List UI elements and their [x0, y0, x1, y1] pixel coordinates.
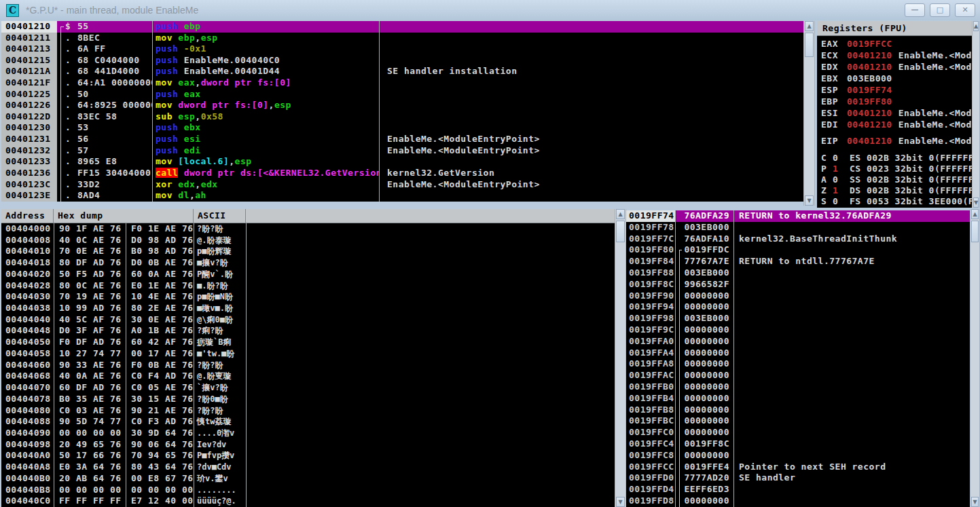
- scrollbar-thumb[interactable]: [616, 221, 625, 242]
- hexdump-row[interactable]: 00404078B0 35 AE 7630 15 AE 76?盼0■盼: [1, 394, 615, 405]
- hexdump-pane[interactable]: Address Hex dump ASCII 0040400090 1F AE …: [1, 209, 615, 507]
- stack-row[interactable]: 0019FF78003EB000: [626, 222, 970, 233]
- hexdump-row[interactable]: 0040402880 0C AE 76E0 1E AE 76■.盼?盼: [1, 280, 615, 292]
- stack-row[interactable]: 0019FFA400000000: [626, 348, 970, 359]
- registers-scrollbar[interactable]: ▲ ▼: [972, 21, 980, 208]
- disasm-row[interactable]: 00401213.6A FFpush -0x1: [1, 43, 803, 55]
- registers-header[interactable]: Registers (FPU): [817, 21, 980, 36]
- disasm-row[interactable]: 00401232.57push ediEnableMe.<ModuleEntry…: [1, 145, 803, 157]
- scroll-down-icon[interactable]: ▼: [616, 497, 625, 507]
- stack-row[interactable]: 0019FFC800000000: [626, 450, 970, 462]
- hexdump-scrollbar[interactable]: ▲ ▼: [615, 209, 626, 507]
- register-row[interactable]: EBX003EB000: [821, 73, 972, 84]
- hexdump-row[interactable]: 004040B020 AB 64 7600 E8 67 76 玠v.鐢v: [1, 473, 615, 485]
- maximize-button[interactable]: □: [930, 3, 950, 17]
- flag-row[interactable]: S0FS 0053 32bit 3EE000(F: [821, 196, 972, 207]
- stack-row[interactable]: 0019FFCC0019FFE4Pointer to next SEH reco…: [626, 462, 970, 473]
- stack-row[interactable]: 0019FFA800000000: [626, 358, 970, 370]
- hexdump-row[interactable]: 004040C0FF FF FF FFE7 12 40 00üüüüç?@.: [1, 495, 615, 507]
- hexdump-row[interactable]: 0040401880 DF AD 76D0 0B AE 76■攘v?盼: [1, 257, 615, 269]
- scroll-down-icon[interactable]: ▼: [973, 198, 979, 208]
- register-row[interactable]: EDX00401210EnableMe.<Modu: [821, 61, 972, 73]
- register-row[interactable]: EIP00401210EnableMe.<Modu: [821, 135, 972, 147]
- stack-row[interactable]: 0019FF7476ADFA29RETURN to kernel32.76ADF…: [626, 210, 970, 222]
- close-button[interactable]: ✕: [955, 3, 975, 17]
- disasm-row[interactable]: 00401210$55push ebp: [1, 21, 803, 33]
- stack-row[interactable]: 0019FF98003EB000: [626, 313, 970, 324]
- disasm-row[interactable]: 0040123E.8AD4mov dl,ah: [1, 190, 803, 202]
- register-row[interactable]: ESI00401210EnableMe.<Modu: [821, 107, 972, 119]
- stack-row[interactable]: 0019FFAC00000000: [626, 370, 970, 381]
- disassembly-pane[interactable]: 00401210$55push ebp00401211.8BECmov ebp,…: [1, 21, 803, 202]
- stack-row[interactable]: 0019FFD4EEFF6ED3: [626, 484, 970, 495]
- hexdump-row[interactable]: 0040402050 F5 AD 7660 0A AE 76P醐v`.盼: [1, 269, 615, 280]
- hexdump-row[interactable]: 0040408890 5D 74 77C0 F3 AD 76恞tw荔璇: [1, 416, 615, 428]
- stack-row[interactable]: 0019FFB400000000: [626, 393, 970, 405]
- scroll-down-icon[interactable]: ▼: [805, 195, 814, 206]
- stack-row[interactable]: 0019FF800019FFDC: [626, 244, 970, 256]
- cpu-window-icon[interactable]: C: [6, 4, 19, 17]
- disasm-row[interactable]: 00401231.56push esiEnableMe.<ModuleEntry…: [1, 134, 803, 145]
- stack-row[interactable]: 0019FF9C00000000: [626, 324, 970, 336]
- stack-row[interactable]: 0019FFC000000000: [626, 427, 970, 438]
- stack-row[interactable]: 0019FF8C9966582F: [626, 279, 970, 290]
- scrollbar-thumb[interactable]: [805, 33, 814, 57]
- stack-row[interactable]: 0019FF7C76ADFA10kernel32.BaseThreadInitT…: [626, 233, 970, 245]
- stack-row[interactable]: 0019FFC40019FF8C: [626, 438, 970, 450]
- stack-row[interactable]: 0019FF88003EB000: [626, 267, 970, 279]
- hexdump-row[interactable]: 00404048D0 3F AF 76A0 1B AE 76?痢?盼: [1, 325, 615, 337]
- disasm-row[interactable]: 00401226.64:8925 00000000mov dword ptr f…: [1, 100, 803, 111]
- stack-row[interactable]: 0019FFB800000000: [626, 405, 970, 416]
- disasm-row[interactable]: 00401211.8BECmov ebp,esp: [1, 33, 803, 44]
- register-row[interactable]: EAX0019FFCC: [821, 38, 972, 50]
- flag-row[interactable]: C0ES 002B 32bit 0(FFFFFF: [821, 153, 972, 164]
- stack-pane[interactable]: 0019FF7476ADFA29RETURN to kernel32.76ADF…: [626, 210, 970, 507]
- stack-row[interactable]: 0019FF8477767A7ERETURN to ntdll.77767A7E: [626, 256, 970, 267]
- hexdump-row[interactable]: 0040409000 00 00 0030 9D 64 76....0潪v: [1, 428, 615, 439]
- stack-row[interactable]: 0019FFD800000000: [626, 495, 970, 507]
- stack-row[interactable]: 0019FFD07777AD20SE handler: [626, 472, 970, 484]
- disasm-row[interactable]: 0040121A.68 441D4000push EnableMe.00401D…: [1, 66, 803, 77]
- disasm-row[interactable]: 00401215.68 C0404000push EnableMe.004040…: [1, 55, 803, 67]
- hexdump-row[interactable]: 0040406840 0A AE 76C0 F4 AD 76@.盼叓璇: [1, 371, 615, 382]
- hexdump-row[interactable]: 004040A050 17 66 7670 94 65 76P■fvp攒v: [1, 450, 615, 462]
- disasm-row[interactable]: 0040121F.64:A1 00000000mov eax,dword ptr…: [1, 77, 803, 89]
- disasm-row[interactable]: 00401236.FF15 30404000call dword ptr ds:…: [1, 168, 803, 179]
- hexdump-row[interactable]: 0040407060 DF AD 76C0 05 AE 76`攘v?盼: [1, 382, 615, 394]
- hexdump-row[interactable]: 00404050F0 DF AD 7660 42 AF 76疬璇`B痢: [1, 337, 615, 348]
- hexdump-row[interactable]: 0040409820 49 65 7690 06 64 76 Iev?dv: [1, 439, 615, 451]
- hexdump-row[interactable]: 0040401070 0E AE 76B0 98 AD 76p■盼辉璇: [1, 246, 615, 257]
- hexdump-row[interactable]: 0040403070 19 AE 7610 4E AE 76p■盼■N盼: [1, 291, 615, 303]
- scrollbar-thumb[interactable]: [971, 221, 979, 242]
- scroll-up-icon[interactable]: ▲: [616, 209, 625, 219]
- hexdump-row[interactable]: 0040400090 1F AE 76F0 1E AE 76?盼?盼: [1, 223, 615, 235]
- hexdump-row[interactable]: 0040406090 33 AE 76F0 0B AE 76?盼?盼: [1, 360, 615, 371]
- scroll-down-icon[interactable]: ▼: [971, 497, 979, 507]
- scroll-up-icon[interactable]: ▲: [973, 21, 979, 31]
- scroll-up-icon[interactable]: ▲: [805, 21, 814, 31]
- stack-row[interactable]: 0019FF9000000000: [626, 290, 970, 302]
- flag-row[interactable]: A0SS 002B 32bit 0(FFFFFF: [821, 174, 972, 185]
- minimize-button[interactable]: —: [905, 3, 925, 17]
- hexdump-row[interactable]: 004040B800 00 00 0000 00 00 00........: [1, 485, 615, 496]
- hexdump-row[interactable]: 004040A8E0 3A 64 7680 43 64 76?dv■Cdv: [1, 462, 615, 473]
- flag-row[interactable]: Z1DS 002B 32bit 0(FFFFFF: [821, 185, 972, 196]
- hexdump-row[interactable]: 0040404040 5C AF 7630 0E AE 76@\痢0■盼: [1, 314, 615, 326]
- stack-row[interactable]: 0019FFA000000000: [626, 336, 970, 348]
- register-row[interactable]: EBP0019FF80: [821, 96, 972, 107]
- stack-row[interactable]: 0019FFBC00000000: [626, 415, 970, 427]
- disasm-row[interactable]: 0040123C.33D2xor edx,edxEnableMe.<Module…: [1, 179, 803, 191]
- hexdump-row[interactable]: 0040403810 99 AD 7680 2E AE 76■橄v■.盼: [1, 303, 615, 314]
- stack-row[interactable]: 0019FF9400000000: [626, 301, 970, 313]
- scroll-up-icon[interactable]: ▲: [971, 209, 979, 219]
- flag-row[interactable]: P1CS 0023 32bit 0(FFFFFF: [821, 164, 972, 174]
- disasm-row[interactable]: 00401230.53push ebx: [1, 122, 803, 134]
- register-row[interactable]: ESP0019FF74: [821, 84, 972, 96]
- stack-row[interactable]: 0019FFB000000000: [626, 381, 970, 393]
- disasm-row[interactable]: 0040122D.83EC 58sub esp,0x58: [1, 111, 803, 123]
- stack-scrollbar[interactable]: ▲ ▼: [970, 209, 980, 507]
- disasm-row[interactable]: 00401225.50push eax: [1, 89, 803, 100]
- register-row[interactable]: ECX00401210EnableMe.<Modu: [821, 50, 972, 61]
- hexdump-row[interactable]: 00404080C0 03 AE 7690 21 AE 76?盼?盼: [1, 405, 615, 417]
- register-row[interactable]: EDI00401210EnableMe.<Modu: [821, 119, 972, 130]
